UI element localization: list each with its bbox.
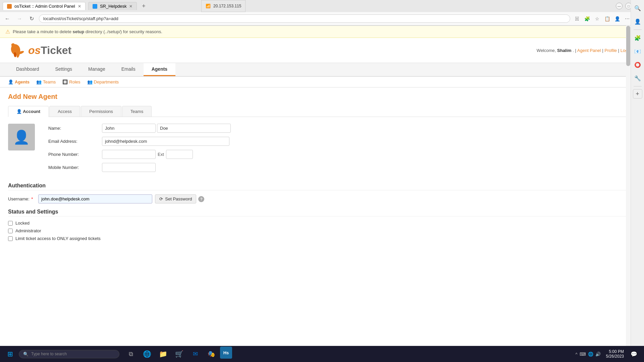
- ext-label: Ext: [158, 152, 164, 157]
- limit-access-checkbox-row: Limit ticket access to ONLY assigned tic…: [8, 236, 636, 241]
- form-tabs: 👤 Account Access Permissions Teams: [8, 106, 636, 117]
- title-bar: osTicket :: Admin Control Panel ✕ SR_Hel…: [0, 0, 644, 12]
- subnav-roles[interactable]: 🔲 Roles: [62, 79, 80, 84]
- nav-menu: Dashboard Settings Manage Emails Agents: [0, 63, 644, 77]
- scrollbar-area: [626, 25, 631, 333]
- agent-panel-link[interactable]: Agent Panel: [577, 48, 601, 53]
- tab-osticket[interactable]: osTicket :: Admin Control Panel ✕: [3, 2, 86, 10]
- tab-label-sr: SR_Helpdesk: [100, 4, 127, 9]
- back-button[interactable]: ←: [3, 14, 12, 23]
- profile-sidebar-icon[interactable]: 👤: [632, 16, 643, 27]
- tab-teams[interactable]: Teams: [122, 106, 152, 117]
- mobile-row: Mobile Number:: [48, 163, 636, 172]
- set-password-button[interactable]: ⟳ Set Password: [155, 194, 196, 203]
- name-label: Name:: [48, 126, 102, 131]
- mobile-label: Mobile Number:: [48, 165, 102, 170]
- username-input[interactable]: [38, 194, 152, 203]
- form-fields: Name: Email Address: Phone Number: Ext: [48, 124, 636, 176]
- nav-emails[interactable]: Emails: [113, 63, 144, 76]
- avatar-icon: 👤: [13, 129, 30, 145]
- url-input[interactable]: localhost/osTicket/scp/staff.php?a=add: [39, 14, 570, 23]
- sep3: |: [618, 48, 621, 53]
- browser-sidebar: 🔍 👤 🧩 📧 ⭕ 🔧 +: [631, 0, 644, 333]
- username-row: Username: * ⟳ Set Password ?: [8, 194, 636, 203]
- avatar-placeholder: 👤: [8, 124, 35, 150]
- refresh-button[interactable]: ↻: [27, 14, 36, 23]
- welcome-text: Welcome,: [537, 48, 556, 53]
- roles-icon: 🔲: [62, 79, 68, 84]
- tab-close-sr[interactable]: ✕: [129, 4, 132, 9]
- tab-access[interactable]: Access: [49, 106, 80, 117]
- teams-icon: 👥: [36, 79, 42, 84]
- admin-checkbox-row: Administrator: [8, 228, 636, 233]
- kangaroo-logo: [8, 42, 28, 59]
- minimize-button[interactable]: —: [616, 3, 623, 9]
- collections-icon[interactable]: 📋: [603, 15, 611, 23]
- subnav-departments[interactable]: 👥 Departments: [87, 79, 119, 84]
- scroll-thumb[interactable]: [626, 26, 630, 66]
- refresh-icon: ⟳: [159, 196, 163, 201]
- tools-sidebar-icon[interactable]: 🔧: [632, 73, 643, 83]
- mobile-input[interactable]: [102, 163, 156, 172]
- status-heading: Status and Settings: [8, 209, 636, 217]
- admin-checkbox[interactable]: [8, 229, 13, 233]
- avatar-section: 👤: [8, 124, 42, 176]
- status-section: Status and Settings Locked Administrator…: [8, 209, 636, 241]
- subnav-teams[interactable]: 👥 Teams: [36, 79, 56, 84]
- first-name-input[interactable]: [102, 124, 156, 133]
- address-bar: ← → ↻ localhost/osTicket/scp/staff.php?a…: [0, 12, 644, 25]
- agents-icon: 👤: [8, 79, 13, 84]
- email-sidebar-icon[interactable]: 📧: [632, 46, 643, 57]
- authentication-heading: Authentication: [8, 183, 636, 190]
- sidebar-divider-2: [634, 86, 642, 86]
- reader-mode-icon[interactable]: ☵: [573, 15, 581, 23]
- nav-manage[interactable]: Manage: [80, 63, 113, 76]
- authentication-section: Authentication Username: * ⟳ Set Passwor…: [8, 183, 636, 203]
- separator1: . |: [573, 48, 577, 53]
- ip-address: 20.172.153.115: [213, 4, 241, 8]
- profile-icon[interactable]: 👤: [613, 15, 621, 23]
- email-label: Email Address:: [48, 139, 102, 144]
- add-sidebar-icon[interactable]: +: [633, 89, 642, 99]
- locked-checkbox-row: Locked: [8, 221, 636, 226]
- nav-agents[interactable]: Agents: [144, 63, 175, 76]
- sidebar-divider-1: [634, 29, 642, 30]
- osticket-header: osTicket Welcome, Shalim . | Agent Panel…: [0, 38, 644, 63]
- email-input[interactable]: [102, 137, 229, 146]
- email-row: Email Address:: [48, 137, 636, 146]
- welcome-area: Welcome, Shalim . | Agent Panel | Profil…: [537, 48, 636, 53]
- logo-area: osTicket: [8, 42, 71, 59]
- tab-label-osticket: osTicket :: Admin Control Panel: [14, 4, 75, 9]
- last-name-input[interactable]: [157, 124, 231, 133]
- favorites-icon[interactable]: ☆: [593, 15, 601, 23]
- required-star: *: [31, 196, 33, 201]
- tab-favicon-sr: [93, 4, 97, 9]
- profile-link[interactable]: Profile: [604, 48, 617, 53]
- tab-permissions[interactable]: Permissions: [81, 106, 121, 117]
- phone-input[interactable]: [102, 150, 156, 159]
- locked-label: Locked: [15, 221, 30, 226]
- locked-checkbox[interactable]: [8, 221, 13, 226]
- tab-sr-helpdesk[interactable]: SR_Helpdesk ✕: [88, 2, 137, 10]
- collections-sidebar-icon[interactable]: 🧩: [632, 33, 643, 43]
- username-display: Shalim: [557, 48, 572, 53]
- nav-dashboard[interactable]: Dashboard: [8, 63, 47, 76]
- limit-access-checkbox[interactable]: [8, 236, 13, 241]
- agent-form: 👤 Name: Email Address: Phone Number:: [8, 124, 636, 176]
- departments-icon: 👥: [87, 79, 93, 84]
- forward-button[interactable]: →: [15, 14, 24, 23]
- name-row: Name:: [48, 124, 636, 133]
- subnav-agents[interactable]: 👤 Agents: [8, 79, 30, 84]
- circle-sidebar-icon[interactable]: ⭕: [632, 59, 643, 70]
- extensions-icon[interactable]: 🧩: [583, 15, 591, 23]
- search-sidebar-icon[interactable]: 🔍: [632, 3, 643, 13]
- nav-settings[interactable]: Settings: [47, 63, 80, 76]
- help-icon[interactable]: ?: [198, 196, 204, 202]
- tab-account[interactable]: 👤 Account: [8, 106, 49, 117]
- logo-text: osTicket: [28, 44, 71, 57]
- limit-access-label: Limit ticket access to ONLY assigned tic…: [15, 236, 101, 241]
- new-tab-button[interactable]: +: [140, 2, 148, 10]
- ext-input[interactable]: [166, 150, 193, 159]
- more-menu-button[interactable]: ⋯: [623, 15, 631, 23]
- tab-close-osticket[interactable]: ✕: [78, 4, 81, 9]
